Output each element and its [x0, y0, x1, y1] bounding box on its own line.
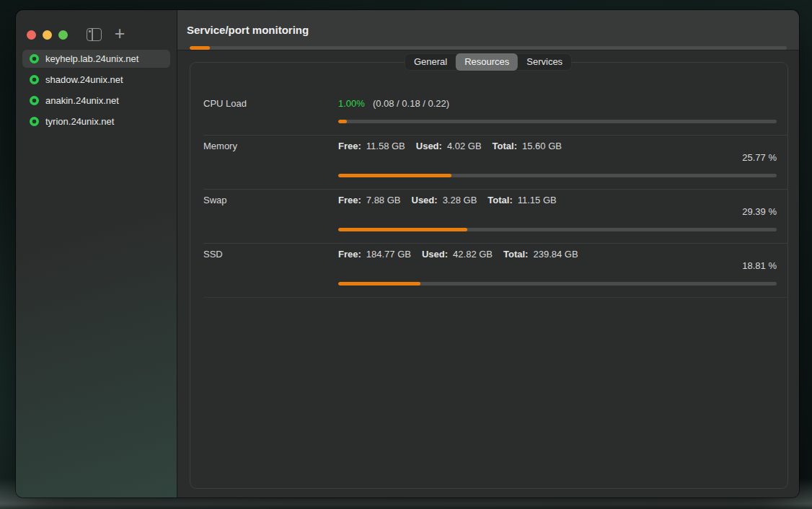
swap-progress-bar	[338, 228, 777, 231]
total-key: Total:	[503, 249, 528, 260]
traffic-lights	[27, 30, 68, 40]
cpu-progress-bar	[338, 120, 777, 123]
cpu-percent-value: 1.00%	[338, 98, 365, 109]
ssd-label: SSD	[203, 249, 338, 260]
server-label: tyrion.24unix.net	[45, 116, 114, 127]
sidebar-item-server[interactable]: anakin.24unix.net	[22, 92, 170, 110]
swap-total-value: 11.15 GB	[518, 195, 557, 205]
tab-resources[interactable]: Resources	[456, 53, 518, 71]
swap-percent: 29.39 %	[203, 206, 777, 218]
sidebar-item-server[interactable]: shadow.24unix.net	[22, 71, 170, 89]
cpu-load-averages: (0.08 / 0.18 / 0.22)	[373, 98, 449, 109]
online-status-icon	[30, 117, 39, 126]
minimize-button[interactable]	[43, 30, 52, 40]
close-button[interactable]	[27, 30, 36, 40]
ssd-progress-bar	[338, 282, 777, 286]
used-key: Used:	[412, 195, 438, 205]
row-divider	[203, 189, 787, 190]
swap-label: Swap	[203, 195, 338, 205]
online-status-icon	[30, 54, 39, 63]
row-divider	[203, 135, 787, 136]
free-key: Free:	[338, 141, 361, 151]
used-key: Used:	[416, 141, 442, 151]
cpu-row: CPU Load 1.00% (0.08 / 0.18 / 0.22)	[203, 97, 777, 110]
ssd-used-value: 42.82 GB	[453, 249, 493, 260]
sidebar-item-server[interactable]: keyhelp.lab.24unix.net	[22, 50, 170, 68]
memory-free-value: 11.58 GB	[366, 141, 405, 151]
resources-panel: CPU Load 1.00% (0.08 / 0.18 / 0.22) Memo…	[190, 62, 788, 489]
memory-progress-bar	[338, 174, 777, 177]
app-window: + keyhelp.lab.24unix.net shadow.24unix.n…	[16, 10, 799, 497]
server-label: anakin.24unix.net	[45, 95, 119, 106]
swap-free-value: 7.88 GB	[366, 195, 401, 205]
free-key: Free:	[338, 249, 361, 260]
server-label: keyhelp.lab.24unix.net	[45, 53, 138, 64]
scroll-content[interactable]: General Resources Services CPU Load 1.00…	[177, 51, 799, 497]
ssd-total-value: 239.84 GB	[533, 249, 578, 260]
ssd-row: SSD Free: 184.77 GB Used: 42.82 GB Total…	[203, 248, 777, 260]
zoom-button[interactable]	[58, 30, 68, 40]
used-key: Used:	[422, 249, 448, 260]
swap-used-value: 3.28 GB	[443, 195, 477, 205]
tab-general[interactable]: General	[405, 53, 456, 71]
memory-percent: 25.77 %	[203, 152, 777, 164]
ssd-percent: 18.81 %	[203, 260, 777, 273]
memory-row: Memory Free: 11.58 GB Used: 4.02 GB Tota…	[203, 140, 777, 152]
total-key: Total:	[493, 141, 517, 151]
online-status-icon	[30, 96, 39, 105]
row-divider	[203, 297, 787, 298]
sidebar-item-server[interactable]: tyrion.24unix.net	[22, 112, 170, 130]
page-title: Service/port monitoring	[187, 10, 309, 50]
memory-used-value: 4.02 GB	[447, 141, 482, 151]
tab-services[interactable]: Services	[518, 53, 571, 71]
sidebar-toggle-icon[interactable]	[87, 28, 102, 41]
memory-total-value: 15.60 GB	[522, 141, 562, 151]
total-key: Total:	[487, 195, 512, 205]
server-list: keyhelp.lab.24unix.net shadow.24unix.net…	[22, 50, 170, 133]
row-divider	[203, 243, 787, 244]
sidebar: + keyhelp.lab.24unix.net shadow.24unix.n…	[16, 10, 177, 497]
scrolled-progress-bar	[190, 46, 787, 50]
server-label: shadow.24unix.net	[45, 74, 123, 85]
ssd-free-value: 184.77 GB	[366, 249, 411, 260]
add-server-button[interactable]: +	[110, 24, 129, 43]
title-bar: Service/port monitoring	[177, 10, 799, 50]
cpu-label: CPU Load	[203, 98, 338, 109]
memory-label: Memory	[203, 141, 338, 151]
tab-bar: General Resources Services	[405, 53, 572, 71]
swap-row: Swap Free: 7.88 GB Used: 3.28 GB Total: …	[203, 194, 777, 206]
online-status-icon	[30, 75, 39, 84]
main-panel: Service/port monitoring General Resource…	[177, 10, 799, 497]
free-key: Free:	[338, 195, 361, 205]
